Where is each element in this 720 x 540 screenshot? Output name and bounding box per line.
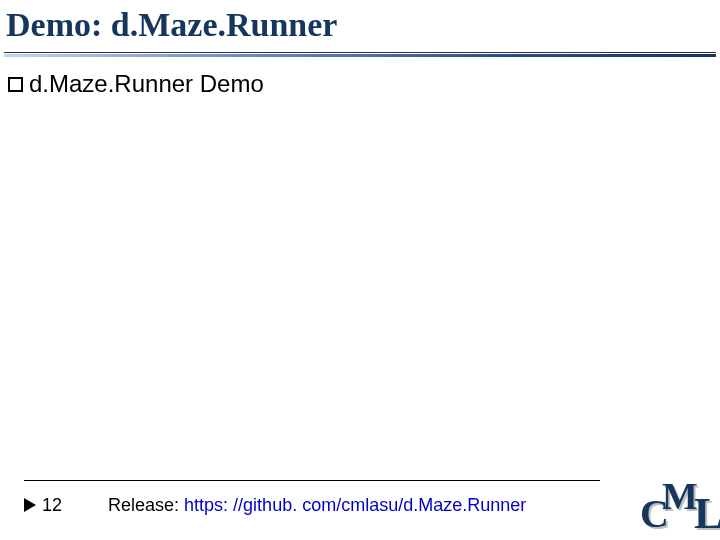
footer: 12 Release: https: //github. com/cmlasu/… — [24, 490, 600, 520]
release-url[interactable]: https: //github. com/cmlasu/d.Maze.Runne… — [184, 495, 526, 515]
logo-letter-m: M — [662, 478, 698, 518]
bullet-text: d.Maze.Runner Demo — [29, 70, 264, 98]
footer-divider — [24, 480, 600, 481]
bullet-item: d.Maze.Runner Demo — [8, 70, 264, 98]
slide: Demo: d.Maze.Runner d.Maze.Runner Demo 1… — [0, 0, 720, 540]
release-line: Release: https: //github. com/cmlasu/d.M… — [108, 495, 526, 516]
svg-marker-0 — [24, 498, 36, 512]
logo-letter-l: L — [694, 488, 720, 536]
release-label: Release: — [108, 495, 184, 515]
page-number: 12 — [42, 495, 62, 516]
title-underline — [4, 52, 716, 58]
slide-title: Demo: d.Maze.Runner — [6, 6, 337, 44]
triangle-icon — [24, 498, 36, 512]
bullet-square-icon — [8, 77, 23, 92]
cml-logo: C M L — [640, 478, 720, 536]
